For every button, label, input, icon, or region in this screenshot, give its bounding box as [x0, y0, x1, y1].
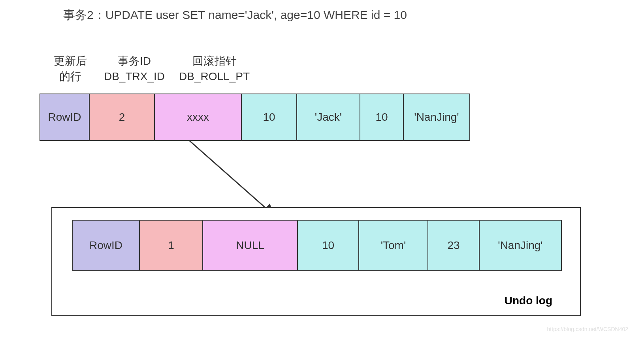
svg-line-1	[190, 141, 275, 216]
undo-cell-name: 'Tom'	[359, 221, 428, 270]
undo-cell-id: 10	[298, 221, 359, 270]
undo-cell-roll-pt: NULL	[203, 221, 298, 270]
cell-roll-pt: xxxx	[155, 94, 242, 140]
header-trx-id: 事务ID DB_TRX_ID	[97, 53, 172, 84]
header-col1-line1: 更新后	[54, 53, 87, 69]
cell-name: 'Jack'	[297, 94, 360, 140]
diagram-title: 事务2：UPDATE user SET name='Jack', age=10 …	[63, 7, 407, 23]
undo-cell-trx-id: 1	[140, 221, 203, 270]
header-updated-row: 更新后 的行	[43, 53, 97, 84]
current-row: RowID 2 xxxx 10 'Jack' 10 'NanJing'	[40, 94, 470, 141]
watermark: https://blog.csdn.net/WCSDN402	[547, 326, 628, 332]
column-headers: 更新后 的行 事务ID DB_TRX_ID 回滚指针 DB_ROLL_PT	[43, 53, 257, 84]
header-col3-line1: 回滚指针	[192, 53, 237, 69]
cell-age: 10	[360, 94, 404, 140]
undo-cell-city: 'NanJing'	[480, 221, 561, 270]
undo-log-label: Undo log	[505, 294, 552, 307]
header-col1-line2: 的行	[59, 69, 81, 84]
undo-cell-age: 23	[428, 221, 480, 270]
header-col3-line2: DB_ROLL_PT	[179, 69, 250, 84]
cell-trx-id: 2	[90, 94, 155, 140]
cell-city: 'NanJing'	[404, 94, 469, 140]
cell-id: 10	[242, 94, 297, 140]
undo-log-container: RowID 1 NULL 10 'Tom' 23 'NanJing' Undo …	[51, 207, 581, 316]
header-col2-line2: DB_TRX_ID	[104, 69, 165, 84]
header-roll-pt: 回滚指针 DB_ROLL_PT	[172, 53, 257, 84]
undo-cell-rowid: RowID	[73, 221, 140, 270]
undo-log-row: RowID 1 NULL 10 'Tom' 23 'NanJing'	[72, 220, 562, 271]
cell-rowid: RowID	[40, 94, 90, 140]
header-col2-line1: 事务ID	[118, 53, 151, 69]
